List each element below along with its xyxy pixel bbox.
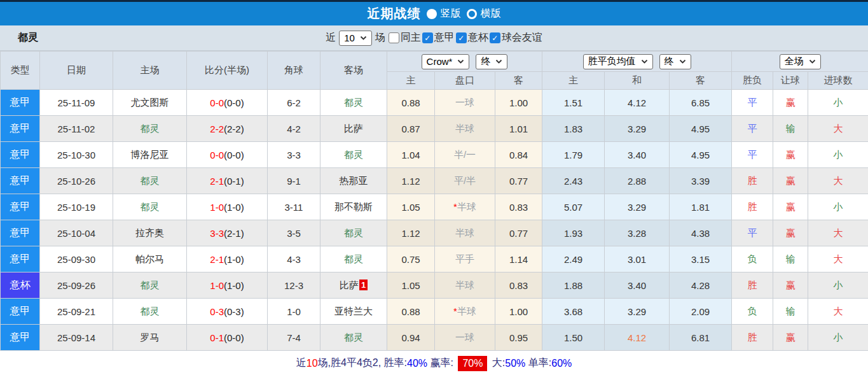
col-header-date: 日期 — [40, 52, 113, 90]
handicap-line-text: 平/半 — [454, 175, 476, 186]
handicap-home-odds-cell: 1.05 — [387, 194, 435, 220]
result-section-header: 全场 — [732, 52, 868, 72]
home-team-cell: 都灵 — [113, 272, 187, 299]
goals-result-cell: 小 — [808, 142, 868, 168]
score-cell: 0-0(0-0) — [187, 142, 268, 168]
handicap-result-cell: 赢 — [773, 220, 808, 246]
match-row: 意甲25-10-19都灵1-0(1-0)3-11那不勒斯1.05*半球0.835… — [1, 194, 868, 220]
scope-select[interactable]: 全场 — [780, 54, 821, 69]
match-row: 意甲25-09-21都灵0-3(0-3)1-0亚特兰大0.88*半球1.003.… — [1, 299, 868, 325]
home-team-cell: 都灵 — [113, 116, 187, 142]
halftime-score: (2-2) — [224, 124, 244, 134]
away-team-cell: 比萨1 — [320, 272, 387, 299]
filter-checkbox-球会友谊[interactable]: ✓球会友谊 — [490, 31, 542, 45]
result-cell: 胜 — [732, 325, 773, 351]
handicap-result-cell: 输 — [773, 246, 808, 272]
handicap-line-cell: 半球 — [435, 116, 495, 142]
subcol-eu-draw: 和 — [605, 72, 670, 90]
match-date-cell: 25-11-02 — [40, 116, 113, 142]
team-name: 帕尔马 — [135, 253, 164, 264]
score-cell: 0-0(0-0) — [187, 90, 268, 116]
footer-segment-label: 胜率: — [384, 357, 407, 370]
handicap-section-header: Crow* 终 — [387, 52, 542, 72]
subcol-eu-home: 主 — [542, 72, 605, 90]
score-cell: 0-3(0-3) — [187, 299, 268, 325]
europe-state-select[interactable]: 终 — [659, 54, 691, 69]
filter-checkbox-同主[interactable]: 同主 — [389, 31, 421, 45]
col-header-corner: 角球 — [268, 52, 320, 90]
goals-result-cell: 大 — [808, 220, 868, 246]
away-team-cell: 都灵 — [320, 90, 387, 116]
europe-home-odds-cell: 1.93 — [542, 220, 605, 246]
result-cell: 胜 — [732, 272, 773, 299]
radio-selected-icon[interactable] — [427, 9, 437, 19]
europe-draw-odds-cell: 4.12 — [605, 325, 670, 351]
match-type-cell: 意甲 — [1, 116, 40, 142]
team-name: 亚特兰大 — [334, 306, 373, 316]
result-cell: 胜 — [732, 194, 773, 220]
team-name: 尤文图斯 — [131, 97, 169, 108]
radio-unselected-icon[interactable] — [467, 9, 477, 19]
fulltime-score: 0-3 — [210, 306, 224, 317]
europe-odds-select[interactable]: 胜平负均值 — [583, 54, 653, 69]
filter-checkbox-意甲[interactable]: ✓意甲 — [422, 31, 455, 45]
team-name: 热那亚 — [340, 175, 368, 186]
europe-draw-odds-cell: 3.28 — [605, 220, 670, 246]
filter-checkbox-意杯[interactable]: ✓意杯 — [456, 31, 488, 45]
halftime-score: (0-0) — [224, 97, 244, 108]
handicap-state-select[interactable]: 终 — [476, 54, 507, 69]
result-cell: 胜 — [732, 168, 773, 194]
match-row: 意甲25-10-26都灵2-1(0-1)9-1热那亚1.12平/半0.772.4… — [1, 168, 868, 194]
layout-radio-vertical[interactable]: 竖版 — [427, 7, 461, 20]
corner-cell: 1-0 — [268, 299, 320, 325]
corner-cell: 6-2 — [268, 90, 320, 116]
europe-draw-odds-cell: 3.40 — [605, 272, 670, 299]
layout-radio-horizontal[interactable]: 横版 — [467, 7, 501, 20]
target-team-name: 都灵 — [344, 253, 363, 264]
match-date-cell: 25-09-26 — [40, 272, 113, 299]
match-type-cell: 意杯 — [1, 272, 40, 299]
result-cell: 平 — [732, 220, 773, 246]
checkbox-unchecked-icon[interactable] — [389, 32, 399, 43]
target-team-name: 都灵 — [141, 279, 160, 290]
odds-company-select[interactable]: Crow* — [422, 54, 470, 69]
home-team-cell: 帕尔马 — [113, 246, 187, 272]
handicap-result-cell: 输 — [773, 299, 808, 325]
europe-away-odds-cell: 4.95 — [670, 116, 732, 142]
fulltime-score: 1-0 — [210, 202, 224, 213]
team-name: 那不勒斯 — [334, 201, 373, 212]
europe-away-odds-cell: 4.38 — [670, 220, 732, 246]
handicap-home-odds-cell: 1.05 — [387, 272, 435, 299]
subcol-goals-result: 进球数 — [808, 72, 868, 90]
home-team-cell: 拉齐奥 — [113, 220, 187, 246]
games-count-value: 10 — [344, 32, 355, 43]
games-count-select[interactable]: 10 — [339, 31, 372, 46]
europe-home-odds-cell: 2.49 — [542, 246, 605, 272]
target-team-name: 都灵 — [141, 306, 160, 316]
away-team-cell: 都灵 — [320, 325, 387, 351]
halftime-score: (1-0) — [224, 202, 244, 213]
checkbox-checked-icon[interactable]: ✓ — [422, 32, 433, 43]
home-team-cell: 都灵 — [113, 168, 187, 194]
handicap-line-cell: 平手 — [435, 246, 495, 272]
handicap-line-text: 半球 — [457, 201, 476, 212]
target-team-name: 都灵 — [141, 123, 160, 134]
handicap-line-cell: 半球 — [435, 272, 495, 299]
handicap-home-odds-cell: 1.12 — [387, 220, 435, 246]
goals-result-cell: 小 — [808, 272, 868, 299]
europe-away-odds-cell: 6.85 — [670, 90, 732, 116]
radio-horizontal-label: 横版 — [481, 7, 501, 20]
europe-away-odds-cell: 4.28 — [670, 272, 732, 299]
handicap-line-text: 半球 — [455, 123, 474, 134]
team-name: 拉齐奥 — [135, 227, 164, 238]
checkbox-checked-icon[interactable]: ✓ — [490, 32, 500, 43]
checkbox-checked-icon[interactable]: ✓ — [456, 32, 467, 43]
europe-home-odds-cell: 1.88 — [542, 272, 605, 299]
score-cell: 0-1(0-0) — [187, 325, 268, 351]
match-type-cell: 意甲 — [1, 246, 40, 272]
handicap-away-odds-cell: 1.01 — [495, 116, 542, 142]
team-name: 都灵 — [18, 31, 38, 45]
handicap-line-cell: 一球 — [435, 325, 495, 351]
europe-home-odds-cell: 1.51 — [542, 90, 605, 116]
col-header-away: 客场 — [320, 52, 387, 90]
